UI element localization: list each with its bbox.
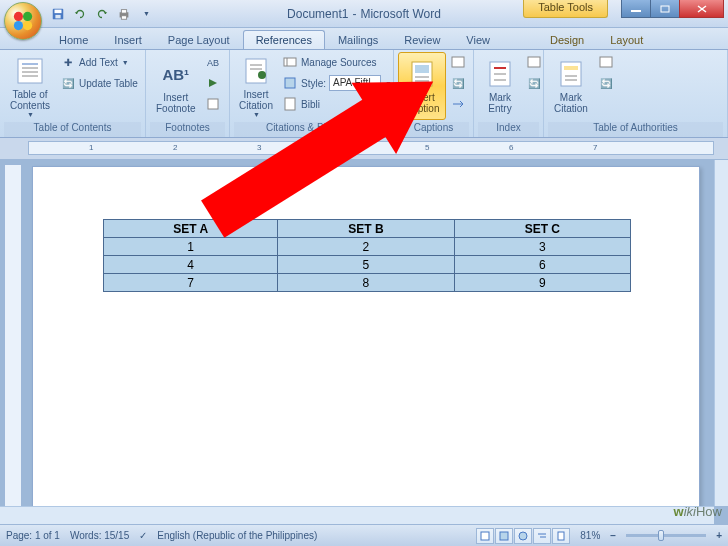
table-of-contents-button[interactable]: Table of Contents ▼: [4, 52, 56, 120]
status-bar: Page: 1 of 1 Words: 15/15 ✓ English (Rep…: [0, 524, 728, 546]
outline-icon: [537, 531, 547, 541]
tab-design[interactable]: Design: [537, 30, 597, 49]
table-row[interactable]: 4 5 6: [104, 256, 631, 274]
svg-point-1: [23, 12, 32, 21]
qat-save[interactable]: [48, 4, 68, 24]
add-text-button[interactable]: ✚Add Text▼: [58, 52, 140, 72]
citation-label: Insert Citation: [239, 89, 273, 111]
mark-citation-label: Mark Citation: [554, 92, 588, 114]
tab-view[interactable]: View: [453, 30, 503, 49]
crossref-icon: [450, 96, 466, 112]
update-tof-button[interactable]: 🔄: [448, 73, 468, 93]
insert-citation-button[interactable]: Insert Citation ▼: [234, 52, 278, 120]
update-icon: 🔄: [526, 75, 542, 91]
app-name: Microsoft Word: [360, 7, 440, 21]
view-draft[interactable]: [552, 528, 570, 544]
qat-more[interactable]: ▼: [136, 4, 156, 24]
manage-sources-button[interactable]: Manage Sources: [280, 52, 394, 72]
vertical-ruler[interactable]: [4, 164, 22, 520]
table-cell[interactable]: 7: [104, 274, 278, 292]
citation-style-row: Style:APA Fiftl▼: [280, 73, 394, 93]
status-words[interactable]: Words: 15/15: [70, 530, 129, 541]
table-row[interactable]: 7 8 9: [104, 274, 631, 292]
tab-layout[interactable]: Layout: [597, 30, 656, 49]
style-dropdown[interactable]: APA Fiftl: [329, 75, 381, 91]
insert-index-button[interactable]: [524, 52, 544, 72]
vertical-scrollbar[interactable]: [714, 160, 728, 506]
table-cell[interactable]: 2: [278, 238, 454, 256]
table-cell[interactable]: 9: [454, 274, 630, 292]
zoom-thumb[interactable]: [658, 530, 664, 541]
view-full-screen[interactable]: [495, 528, 513, 544]
svg-rect-23: [284, 58, 296, 66]
redo-icon: [95, 7, 109, 21]
endnote-icon: AB: [205, 54, 221, 70]
next-footnote-button[interactable]: [203, 73, 223, 93]
office-button[interactable]: [4, 2, 42, 40]
qat-undo[interactable]: [70, 4, 90, 24]
contextual-tab-label: Table Tools: [523, 0, 608, 18]
update-index-button[interactable]: 🔄: [524, 73, 544, 93]
svg-rect-12: [18, 59, 42, 83]
table-cell[interactable]: 6: [454, 256, 630, 274]
view-web-layout[interactable]: [514, 528, 532, 544]
status-page[interactable]: Page: 1 of 1: [6, 530, 60, 541]
show-notes-button[interactable]: [203, 94, 223, 114]
table-row[interactable]: 1 2 3: [104, 238, 631, 256]
status-proofing-icon[interactable]: ✓: [139, 530, 147, 541]
zoom-slider[interactable]: [626, 534, 706, 537]
document-page[interactable]: SET A SET B SET C 1 2 3 4 5 6 7 8 9: [32, 166, 700, 524]
tab-insert[interactable]: Insert: [101, 30, 155, 49]
chevron-down-icon[interactable]: ▼: [385, 80, 392, 87]
insert-footnote-button[interactable]: AB¹ Insert Footnote: [150, 52, 201, 120]
update-icon: 🔄: [450, 75, 466, 91]
update-table-button[interactable]: 🔄Update Table: [58, 73, 140, 93]
svg-rect-45: [500, 532, 508, 540]
update-toa-button[interactable]: 🔄: [596, 73, 616, 93]
svg-rect-38: [564, 66, 578, 70]
manage-icon: [282, 54, 298, 70]
maximize-icon: [660, 5, 670, 13]
table-header-cell[interactable]: SET A: [104, 220, 278, 238]
tab-review[interactable]: Review: [391, 30, 453, 49]
tab-references[interactable]: References: [243, 30, 325, 49]
svg-rect-36: [528, 57, 540, 67]
view-outline[interactable]: [533, 528, 551, 544]
tab-home[interactable]: Home: [46, 30, 101, 49]
svg-point-0: [14, 12, 23, 21]
zoom-value[interactable]: 81%: [580, 530, 600, 541]
cross-ref-button[interactable]: [448, 94, 468, 114]
table-cell[interactable]: 8: [278, 274, 454, 292]
horizontal-scrollbar[interactable]: [0, 506, 714, 524]
maximize-button[interactable]: [650, 0, 680, 18]
qat-print[interactable]: [114, 4, 134, 24]
ribbon: Table of Contents ▼ ✚Add Text▼ 🔄Update T…: [0, 50, 728, 138]
minimize-button[interactable]: [621, 0, 651, 18]
view-print-layout[interactable]: [476, 528, 494, 544]
tab-page-layout[interactable]: Page Layout: [155, 30, 243, 49]
tab-mailings[interactable]: Mailings: [325, 30, 391, 49]
group-label: Index: [478, 122, 539, 137]
insert-toa-button[interactable]: [596, 52, 616, 72]
close-button[interactable]: [679, 0, 724, 18]
document-table[interactable]: SET A SET B SET C 1 2 3 4 5 6 7 8 9: [103, 219, 631, 292]
table-header-cell[interactable]: SET B: [278, 220, 454, 238]
zoom-out-button[interactable]: −: [610, 530, 616, 541]
table-header-row[interactable]: SET A SET B SET C: [104, 220, 631, 238]
bibliography-button[interactable]: Bibli: [280, 94, 394, 114]
status-language[interactable]: English (Republic of the Philippines): [157, 530, 317, 541]
table-cell[interactable]: 5: [278, 256, 454, 274]
table-cell[interactable]: 4: [104, 256, 278, 274]
table-header-cell[interactable]: SET C: [454, 220, 630, 238]
qat-redo[interactable]: [92, 4, 112, 24]
chevron-down-icon: ▼: [27, 111, 34, 118]
endnote-button[interactable]: AB: [203, 52, 223, 72]
insert-tof-button[interactable]: [448, 52, 468, 72]
insert-caption-button[interactable]: Insert Caption: [398, 52, 446, 120]
mark-citation-button[interactable]: Mark Citation: [548, 52, 594, 120]
horizontal-ruler[interactable]: 1234567: [28, 141, 714, 155]
mark-entry-button[interactable]: Mark Entry: [478, 52, 522, 120]
table-cell[interactable]: 1: [104, 238, 278, 256]
zoom-in-button[interactable]: +: [716, 530, 722, 541]
table-cell[interactable]: 3: [454, 238, 630, 256]
